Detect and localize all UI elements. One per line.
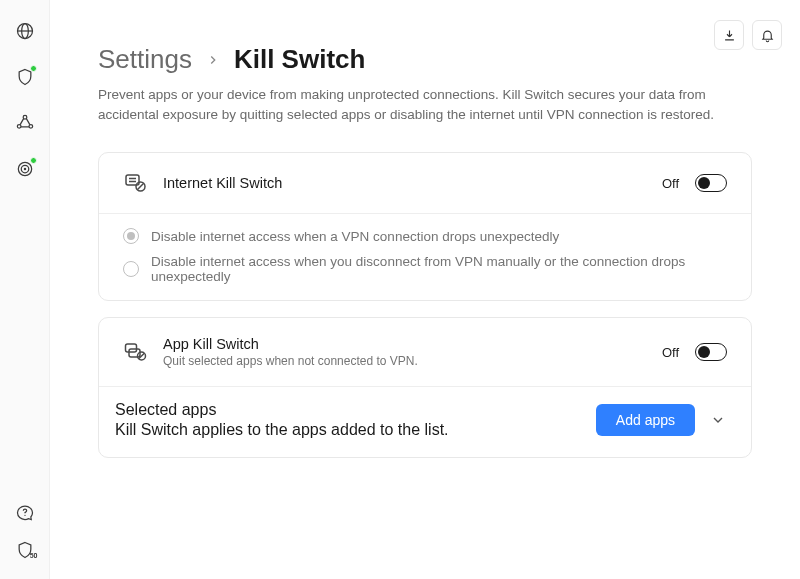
breadcrumb: Settings Kill Switch (98, 44, 752, 75)
app-window: 50 Settings Kill Switch Prevent apps or … (0, 0, 800, 579)
page-subtitle: Prevent apps or your device from making … (98, 85, 738, 124)
sidebar: 50 (0, 0, 50, 579)
card-desc: Quit selected apps when not connected to… (163, 354, 418, 368)
card-title: App Kill Switch (163, 336, 418, 352)
internet-kill-switch-icon (123, 171, 147, 195)
help-icon[interactable] (14, 501, 36, 523)
radio-icon (123, 261, 139, 277)
card-header: App Kill Switch Quit selected apps when … (99, 318, 751, 386)
internet-kill-switch-card: Internet Kill Switch Off Disable interne… (98, 152, 752, 301)
card-title: Internet Kill Switch (163, 175, 282, 191)
selected-apps-title: Selected apps (115, 401, 449, 419)
internet-kill-switch-toggle[interactable] (695, 174, 727, 192)
svg-point-3 (17, 125, 21, 129)
shield-count-icon[interactable]: 50 (14, 539, 36, 561)
toggle-state-label: Off (662, 345, 679, 360)
status-dot-icon (30, 65, 37, 72)
status-dot-icon (30, 157, 37, 164)
main-content: Settings Kill Switch Prevent apps or you… (50, 0, 800, 579)
bell-button[interactable] (752, 20, 782, 50)
svg-point-7 (23, 168, 26, 171)
breadcrumb-parent[interactable]: Settings (98, 44, 192, 75)
selected-apps-desc: Kill Switch applies to the apps added to… (115, 421, 449, 439)
chevron-right-icon (206, 53, 220, 67)
svg-point-4 (29, 125, 33, 129)
svg-rect-11 (126, 344, 137, 352)
download-button[interactable] (714, 20, 744, 50)
target-icon[interactable] (14, 158, 36, 180)
add-apps-button[interactable]: Add apps (596, 404, 695, 436)
radio-label: Disable internet access when a VPN conne… (151, 229, 559, 244)
app-kill-switch-toggle[interactable] (695, 343, 727, 361)
globe-icon[interactable] (14, 20, 36, 42)
selected-apps-row: Selected apps Kill Switch applies to the… (99, 386, 751, 457)
toggle-state-label: Off (662, 176, 679, 191)
mesh-icon[interactable] (14, 112, 36, 134)
internet-ks-options: Disable internet access when a VPN conne… (99, 214, 751, 300)
internet-ks-option-2[interactable]: Disable internet access when you disconn… (123, 254, 727, 284)
shield-icon[interactable] (14, 66, 36, 88)
card-header: Internet Kill Switch Off (99, 153, 751, 213)
internet-ks-option-1[interactable]: Disable internet access when a VPN conne… (123, 228, 727, 244)
svg-point-8 (24, 515, 25, 516)
app-kill-switch-icon (123, 340, 147, 364)
page-title: Kill Switch (234, 44, 365, 75)
radio-icon (123, 228, 139, 244)
top-actions (714, 20, 782, 50)
radio-label: Disable internet access when you disconn… (151, 254, 727, 284)
shield-count-badge: 50 (30, 552, 38, 559)
chevron-down-icon[interactable] (709, 412, 727, 428)
app-kill-switch-card: App Kill Switch Quit selected apps when … (98, 317, 752, 458)
